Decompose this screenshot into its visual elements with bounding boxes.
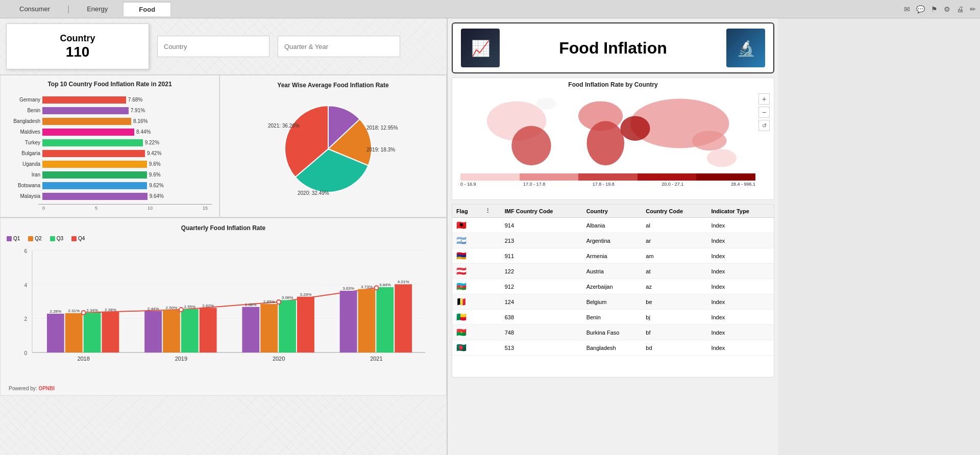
bar-row: Bangladesh8.16%	[6, 117, 164, 126]
line-point-2020	[277, 300, 281, 304]
top-charts-row: Top 10 Country Food Inflation Rate in 20…	[0, 74, 447, 217]
nav-tab-food[interactable]: Food	[123, 2, 171, 16]
country-name-cell: Azerbaijan	[582, 279, 642, 294]
bar-label: Botswana	[6, 183, 40, 188]
country-name-cell: Belgium	[582, 294, 642, 310]
col-imf: IMF Country Code	[501, 205, 582, 218]
imf-code-cell: 213	[501, 233, 582, 248]
axis-label: 15	[203, 206, 208, 211]
country-name-cell: Armenia	[582, 248, 642, 264]
country-code-cell: az	[642, 279, 707, 294]
quarterly-bar-2020-Q3	[279, 300, 296, 352]
country-name-cell: Albania	[582, 218, 642, 233]
bar-value-label: 9.6%	[149, 172, 161, 178]
legend-q1-label: Q1	[13, 236, 20, 241]
dots-cell	[481, 294, 501, 310]
bar-value-text-2019-Q4: 2.62%	[202, 304, 214, 308]
nav-tab-consumer[interactable]: Consumer	[4, 2, 65, 16]
bar-value-label: 9.62%	[149, 183, 163, 188]
legend-label-4: 20.0 - 27.1	[662, 182, 683, 187]
quarterly-legend: Q1 Q2 Q3 Q4	[7, 236, 440, 241]
quarterly-bar-2021-Q2	[358, 289, 376, 352]
bar-fill	[42, 182, 147, 189]
quarterly-bar-2020-Q1	[242, 307, 259, 352]
bar-label: Benin	[6, 108, 40, 113]
email-icon[interactable]: ✉	[904, 5, 910, 13]
legend-q4: Q4	[71, 236, 85, 241]
bar-row: Turkey9.22%	[6, 138, 164, 147]
axis-label: 5	[95, 206, 97, 211]
legend-q4-label: Q4	[78, 236, 85, 241]
indicator-type-cell: Index	[707, 294, 774, 310]
country-filter-input[interactable]	[157, 36, 270, 57]
map-title: Food Inflation Rate by Country	[452, 78, 774, 91]
map-zoom-out[interactable]: −	[758, 107, 770, 118]
quarterly-bar-2018-Q4	[102, 312, 119, 352]
map-zoom-in[interactable]: +	[758, 93, 770, 105]
bottom-charts-row: Quarterly Food Inflation Rate Q1 Q2 Q3	[0, 217, 447, 396]
country-kpi-value: 110	[66, 44, 90, 60]
dots-cell	[481, 218, 501, 233]
country-code-cell: am	[642, 248, 707, 264]
imf-code-cell: 911	[501, 248, 582, 264]
col-type: Indicator Type	[707, 205, 774, 218]
powered-by: Powered by: OPNBI	[5, 384, 59, 393]
imf-code-cell: 638	[501, 310, 582, 325]
table-header-row: Flag ⋮ IMF Country Code Country Country …	[452, 205, 774, 218]
flag-cell: 🇧🇩	[452, 340, 481, 356]
legend-label-5: 28.4 - 996.1	[731, 182, 755, 187]
bar-fill	[42, 193, 148, 200]
bar-fill	[42, 96, 126, 104]
table-row: 🇧🇪 124 Belgium be Index	[452, 294, 774, 310]
settings-icon[interactable]: ⚙	[944, 5, 950, 13]
bar-row: Uganda9.6%	[6, 160, 164, 169]
indicator-type-cell: Index	[707, 340, 774, 356]
country-name-cell: Argentina	[582, 233, 642, 248]
print-icon[interactable]: 🖨	[957, 5, 964, 13]
right-panel: 📈 Food Inflation 🔬 Food Inflation Rate b…	[447, 18, 778, 455]
imf-code-cell: 122	[501, 264, 582, 279]
legend-q2-color	[28, 236, 33, 241]
left-panel: Country 110 Top 10 Country Food Inflatio…	[0, 18, 447, 455]
edit-icon[interactable]: ✏	[970, 5, 976, 13]
indicator-type-cell: Index	[707, 218, 774, 233]
year-label-2021: 2021	[370, 356, 382, 362]
flag-icon[interactable]: ⚑	[931, 5, 938, 13]
svg-text:4: 4	[24, 283, 27, 288]
map-legend: 0 - 16.9 17.0 - 17.8 17.8 - 19.8 20.0 - …	[452, 172, 774, 188]
food-inflation-title: Food Inflation	[508, 39, 718, 58]
bar-label: Malaysia	[6, 193, 40, 199]
bar-value-text-2018-Q3: 2.34%	[86, 308, 98, 313]
flag-cell: 🇧🇯	[452, 310, 481, 325]
year-label-2019: 2019	[175, 356, 187, 362]
svg-point-12	[587, 121, 625, 165]
map-controls: + − ↺	[758, 93, 770, 131]
map-reset[interactable]: ↺	[758, 120, 770, 131]
quarter-filter-input[interactable]	[278, 36, 400, 57]
bar-fill	[42, 161, 147, 168]
bar-row: Benin7.91%	[6, 106, 164, 115]
country-code-cell: bf	[642, 325, 707, 340]
legend-q3-color	[50, 236, 55, 241]
col-code: Country Code	[642, 205, 707, 218]
legend-q1-color	[7, 236, 12, 241]
nav-tab-energy[interactable]: Energy	[71, 2, 123, 16]
col-dots[interactable]: ⋮	[481, 205, 501, 218]
bar-value-text-2018-Q2: 2.31%	[68, 309, 80, 313]
legend-q4-color	[71, 236, 77, 241]
bar-value-label: 7.68%	[128, 97, 142, 103]
chat-icon[interactable]: 💬	[916, 5, 925, 13]
bar-value-text-2020-Q3: 3.08%	[282, 295, 293, 300]
bar-value-text-2019-Q3: 2.55%	[184, 305, 195, 309]
quarterly-bar-2018-Q2	[65, 313, 83, 352]
world-map-svg	[455, 91, 766, 170]
svg-text:2: 2	[24, 316, 27, 322]
indicator-type-cell: Index	[707, 248, 774, 264]
quarterly-svg: 0 2 4 6 2.28%2.31%2.34%2.38%20182.44%2.5…	[7, 245, 435, 378]
bar-fill	[42, 139, 143, 146]
country-code-cell: be	[642, 294, 707, 310]
legend-seg-2	[520, 173, 579, 181]
flag-cell: 🇦🇷	[452, 233, 481, 248]
table-wrapper[interactable]: Flag ⋮ IMF Country Code Country Country …	[452, 205, 774, 377]
quarterly-bar-2021-Q4	[395, 284, 412, 352]
